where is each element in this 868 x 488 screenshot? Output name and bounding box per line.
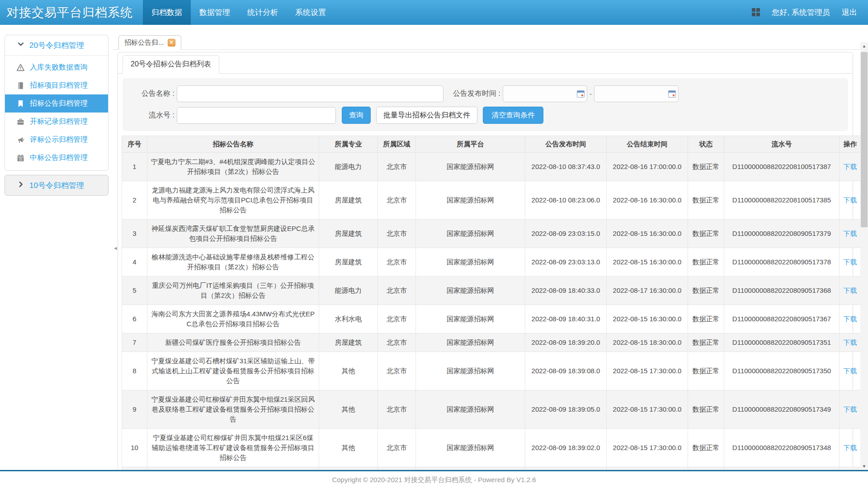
close-icon[interactable]: ×	[168, 39, 175, 47]
download-link[interactable]: 下载	[844, 338, 857, 346]
sidebar-item-bid-opening-record-archive[interactable]: 开标记录归档管理	[5, 113, 108, 131]
sidebar-group-decree10-header[interactable]: 10号令归档管理	[5, 175, 108, 196]
cell-end-time: 2022-08-15 17:30:00.0	[607, 390, 688, 429]
sidebar-item-label: 开标记录归档管理	[30, 117, 88, 127]
download-link[interactable]: 下载	[844, 444, 857, 451]
serial-number-label: 流水号 :	[123, 111, 177, 120]
scroll-down-icon[interactable]: ▼	[860, 462, 868, 470]
clear-query-button[interactable]: 清空查询条件	[483, 107, 543, 124]
cell-end-time: 2022-08-15 16:30:00.0	[607, 305, 688, 333]
panel-tab-strip: 20号令招标公告归档列表	[118, 52, 853, 74]
table-header: 序号 招标公告名称 所属专业 所属区域 所属平台 公告发布时间 公告结束时间 状…	[122, 136, 861, 153]
download-link[interactable]: 下载	[844, 367, 857, 375]
table-row: 8 宁夏煤业基建公司石槽村煤矿31采区辅助运输上山、带式输送机上山工程矿建设备租…	[122, 352, 861, 390]
cell-platform: 国家能源招标网	[416, 277, 525, 305]
footer: Copyright © 2020-2021 对接交易平台归档系统 - Power…	[0, 470, 868, 488]
table-row: 6 海南公司东方大田富之源养殖场4.43MW分布式光伏EPC总承包公开招标项目招…	[122, 305, 861, 333]
sidebar-item-label: 评标公示归档管理	[30, 135, 88, 145]
tab-tender-notice-archive[interactable]: 招标公告归... ×	[118, 35, 181, 50]
scroll-up-icon[interactable]: ▲	[860, 42, 868, 50]
cell-notice-name: 新疆公司煤矿医疗服务公开招标项目招标公告	[147, 333, 319, 352]
cell-publish-time: 2022-08-09 18:40:31.0	[525, 305, 607, 333]
cell-publish-time: 2022-08-09 18:39:08.0	[525, 352, 607, 390]
cell-end-time: 2022-08-15 16:30:00.0	[607, 220, 688, 248]
cell-platform: 国家能源招标网	[416, 429, 525, 467]
date-range-separator: -	[590, 90, 592, 98]
download-link[interactable]: 下载	[844, 196, 857, 204]
cell-region: 北京市	[378, 429, 416, 467]
calendar-icon	[17, 154, 24, 162]
cell-publish-time: 2022-08-09 23:03:13.0	[525, 248, 607, 277]
sidebar-item-tender-notice-archive[interactable]: 招标公告归档管理	[5, 94, 108, 113]
cell-platform: 国家能源招标网	[416, 467, 525, 470]
megaphone-icon	[17, 136, 24, 144]
calendar-picker-icon[interactable]	[668, 90, 676, 98]
cell-no: 5	[122, 277, 147, 305]
notice-name-label: 公告名称 :	[123, 89, 177, 99]
cell-serial: D1100000088202208090517367	[724, 305, 840, 333]
cell-action: 下载	[840, 467, 861, 470]
user-greeting: 您好, 系统管理员	[772, 7, 830, 18]
cell-publish-time: 2022-08-10 08:37:43.0	[525, 153, 607, 181]
sidebar-item-label: 中标公告归档管理	[30, 153, 88, 163]
nav-item-statistics[interactable]: 统计分析	[239, 0, 287, 25]
cell-no: 10	[122, 429, 147, 467]
cell-no: 4	[122, 248, 147, 277]
sidebar-collapse-handle[interactable]: ◄	[113, 243, 118, 253]
vertical-scrollbar[interactable]: ▲ ▼	[860, 42, 868, 470]
cell-action: 下载	[840, 429, 861, 467]
cell-serial: D1100000088202208090517348	[724, 429, 840, 467]
cell-action: 下载	[840, 181, 861, 220]
download-link[interactable]: 下载	[844, 258, 857, 266]
cell-action: 下载	[840, 153, 861, 181]
cell-no: 6	[122, 305, 147, 333]
cell-notice-name: 宁夏煤业基建公司红柳煤矿井田东翼中组煤21采区6煤辅助运输巷绕道等工程矿建设备租…	[147, 429, 319, 467]
sidebar-item-winning-bid-notice-archive[interactable]: 中标公告归档管理	[5, 149, 108, 167]
cell-major: 能源电力	[319, 153, 378, 181]
publish-time-label: 公告发布时间 :	[443, 89, 503, 99]
table-row: 11 宁夏煤业基建公司红柳煤矿井田东翼中组煤21采区辅助运输巷工程矿建设备租赁服…	[122, 467, 861, 470]
cell-platform: 国家能源招标网	[416, 305, 525, 333]
cell-status: 数据正常	[688, 305, 724, 333]
cell-action: 下载	[840, 333, 861, 352]
download-link[interactable]: 下载	[844, 405, 857, 413]
nav-item-system-settings[interactable]: 系统设置	[287, 0, 335, 25]
logout-link[interactable]: 退出	[842, 7, 857, 18]
sidebar-item-tender-project-archive[interactable]: 招标项目归档管理	[5, 76, 108, 94]
cell-end-time: 2022-08-15 17:30:00.0	[607, 352, 688, 390]
cell-status: 数据正常	[688, 248, 724, 277]
cell-serial: D1100000088202208100517385	[724, 181, 840, 220]
download-link[interactable]: 下载	[844, 163, 857, 170]
publish-to-input[interactable]	[594, 85, 679, 102]
sidebar-group-decree20-header[interactable]: 20号令归档管理	[5, 35, 108, 56]
cell-platform: 国家能源招标网	[416, 181, 525, 220]
col-serial: 流水号	[724, 136, 840, 153]
calendar-picker-icon[interactable]	[577, 90, 585, 98]
cell-notice-name: 龙源电力福建龙源海上风力发电有限公司漂浮式海上风电与养殖融合研究与示范项目PCI…	[147, 181, 319, 220]
cell-major: 房屋建筑	[319, 333, 378, 352]
batch-export-button[interactable]: 批量导出招标公告归档文件	[376, 107, 477, 124]
apps-grid-icon[interactable]	[752, 8, 760, 17]
download-link[interactable]: 下载	[844, 230, 857, 237]
nav-item-data-management[interactable]: 数据管理	[191, 0, 239, 25]
cell-major: 房屋建筑	[319, 220, 378, 248]
notice-name-input[interactable]	[177, 85, 443, 102]
cell-serial: D1100000088202208090517347	[724, 467, 840, 470]
serial-number-input[interactable]	[177, 107, 336, 124]
download-link[interactable]: 下载	[844, 315, 857, 323]
download-link[interactable]: 下载	[844, 286, 857, 294]
panel-tab-archive-list[interactable]: 20号令招标公告归档列表	[123, 55, 219, 74]
sidebar-item-failed-data-query[interactable]: 入库失败数据查询	[5, 58, 108, 76]
cell-serial: D1100000088202208090517350	[724, 352, 840, 390]
scrollbar-thumb[interactable]	[861, 52, 868, 227]
sidebar: 20号令归档管理 入库失败数据查询 招标项目归档管理	[0, 25, 113, 470]
query-button[interactable]: 查询	[342, 107, 371, 124]
table-row: 9 宁夏煤业基建公司红柳煤矿井田东翼中组煤21采区回风巷及联络巷工程矿建设备租赁…	[122, 390, 861, 429]
cell-no: 7	[122, 333, 147, 352]
sidebar-item-bid-evaluation-publicity-archive[interactable]: 评标公示归档管理	[5, 131, 108, 149]
cell-notice-name: 宁夏煤业基建公司红柳煤矿井田东翼中组煤21采区辅助运输巷工程矿建设备租赁服务公开…	[147, 467, 319, 470]
cell-region: 北京市	[378, 181, 416, 220]
cell-status: 数据正常	[688, 220, 724, 248]
nav-item-archive-data[interactable]: 归档数据	[143, 0, 191, 25]
publish-from-input[interactable]	[503, 85, 587, 102]
